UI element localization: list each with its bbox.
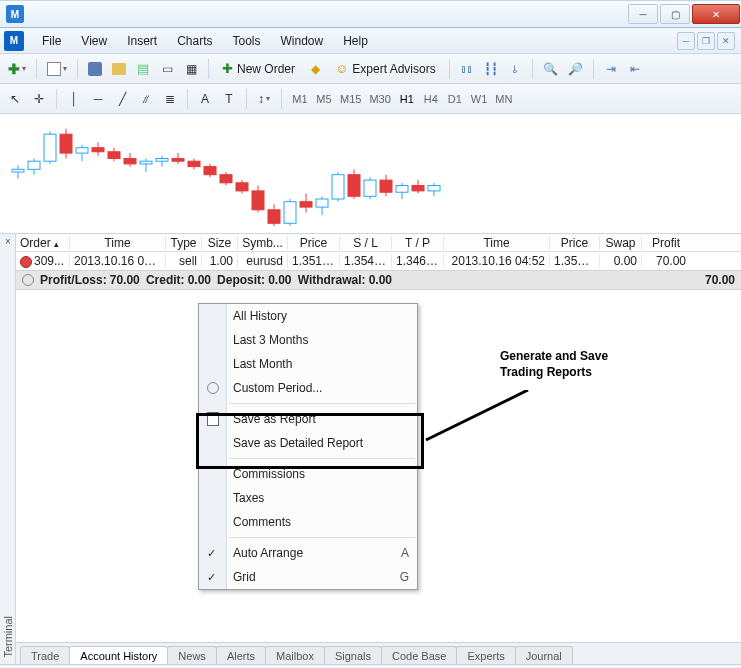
hdr-price2[interactable]: Price <box>550 236 600 250</box>
mdi-restore[interactable]: ❐ <box>697 32 715 50</box>
chart-area[interactable] <box>0 114 741 234</box>
tab-trade[interactable]: Trade <box>20 646 70 664</box>
timeframe-h1[interactable]: H1 <box>395 88 419 110</box>
chart-shift-button[interactable]: ⇤ <box>624 58 646 80</box>
summary-credit: 0.00 <box>188 273 211 287</box>
trendline-button[interactable]: ╱ <box>111 88 133 110</box>
channel-button[interactable]: ⫽ <box>135 88 157 110</box>
crosshair-button[interactable]: ✛ <box>28 88 50 110</box>
hdr-size[interactable]: Size <box>202 236 238 250</box>
menu-help[interactable]: Help <box>333 30 378 52</box>
menu-charts[interactable]: Charts <box>167 30 222 52</box>
minimize-button[interactable]: ─ <box>628 4 658 24</box>
ctx-custom-period[interactable]: Custom Period... <box>199 376 417 400</box>
menu-file[interactable]: File <box>32 30 71 52</box>
tab-journal[interactable]: Journal <box>515 646 573 664</box>
hdr-price1[interactable]: Price <box>288 236 340 250</box>
tab-signals[interactable]: Signals <box>324 646 382 664</box>
annotation-line1: Generate and Save <box>500 348 608 364</box>
ctx-last-3-months[interactable]: Last 3 Months <box>199 328 417 352</box>
zoom-in-button[interactable]: 🔍 <box>539 58 562 80</box>
ctx-grid[interactable]: ✓GridG <box>199 565 417 589</box>
hdr-profit[interactable]: Profit <box>642 236 690 250</box>
tab-account-history[interactable]: Account History <box>69 646 168 664</box>
timeframe-m5[interactable]: M5 <box>312 88 336 110</box>
timeframe-h4[interactable]: H4 <box>419 88 443 110</box>
timeframe-m1[interactable]: M1 <box>288 88 312 110</box>
ctx-save-as-report[interactable]: Save as Report <box>199 407 417 431</box>
tab-mailbox[interactable]: Mailbox <box>265 646 325 664</box>
candle-chart-button[interactable]: ┇┇ <box>480 58 502 80</box>
close-button[interactable]: ✕ <box>692 4 740 24</box>
table-row[interactable]: 309... 2013.10.16 03:20 sell 1.00 eurusd… <box>16 252 741 270</box>
menu-tools[interactable]: Tools <box>223 30 271 52</box>
vertical-line-button[interactable]: │ <box>63 88 85 110</box>
ctx-all-history[interactable]: All History <box>199 304 417 328</box>
fibonacci-button[interactable]: ≣ <box>159 88 181 110</box>
hdr-tp[interactable]: T / P <box>392 236 444 250</box>
menu-view[interactable]: View <box>71 30 117 52</box>
line-chart-button[interactable]: ⫰ <box>504 58 526 80</box>
text-button[interactable]: A <box>194 88 216 110</box>
arrows-button[interactable]: ↕▾ <box>253 88 275 110</box>
hdr-order[interactable]: Order ▴ <box>16 236 70 250</box>
hdr-time2[interactable]: Time <box>444 236 550 250</box>
cell-type: sell <box>166 254 202 268</box>
tab-experts[interactable]: Experts <box>456 646 515 664</box>
data-window-button[interactable]: ▤ <box>132 58 154 80</box>
menu-insert[interactable]: Insert <box>117 30 167 52</box>
svg-rect-11 <box>92 148 104 152</box>
tab-news[interactable]: News <box>167 646 217 664</box>
terminal-button[interactable]: ▭ <box>156 58 178 80</box>
ctx-auto-arrange[interactable]: ✓Auto ArrangeA <box>199 541 417 565</box>
new-chart-button[interactable]: ✚▾ <box>4 58 30 80</box>
svg-rect-13 <box>108 152 120 159</box>
cell-time2: 2013.10.16 04:52 <box>444 254 550 268</box>
auto-scroll-button[interactable]: ⇥ <box>600 58 622 80</box>
new-order-button[interactable]: ✚New Order <box>215 58 302 80</box>
status-bar: ❓ ⊘ 1592/3 kb ◢ <box>0 664 741 668</box>
tab-code-base[interactable]: Code Base <box>381 646 457 664</box>
ctx-comments[interactable]: Comments <box>199 510 417 534</box>
text-label-button[interactable]: T <box>218 88 240 110</box>
ctx-save-as-detailed-report[interactable]: Save as Detailed Report <box>199 431 417 455</box>
hdr-symbol[interactable]: Symb... <box>238 236 288 250</box>
ctx-commissions[interactable]: Commissions <box>199 462 417 486</box>
timeframe-m30[interactable]: M30 <box>365 88 394 110</box>
timeframe-mn[interactable]: MN <box>491 88 516 110</box>
profiles-button[interactable]: ▾ <box>43 58 71 80</box>
terminal-side-label: Terminal <box>0 234 16 664</box>
hdr-type[interactable]: Type <box>166 236 202 250</box>
maximize-button[interactable]: ▢ <box>660 4 690 24</box>
tab-alerts[interactable]: Alerts <box>216 646 266 664</box>
bar-chart-button[interactable]: ⫾⫾ <box>456 58 478 80</box>
summary-total: 70.00 <box>705 273 735 287</box>
ctx-taxes[interactable]: Taxes <box>199 486 417 510</box>
mdi-minimize[interactable]: ─ <box>677 32 695 50</box>
cursor-button[interactable]: ↖ <box>4 88 26 110</box>
hdr-swap[interactable]: Swap <box>600 236 642 250</box>
annotation-line2: Trading Reports <box>500 364 608 380</box>
menu-window[interactable]: Window <box>271 30 334 52</box>
navigator-button[interactable] <box>108 58 130 80</box>
metaeditor-button[interactable]: ◆ <box>304 58 326 80</box>
strategy-tester-button[interactable]: ▦ <box>180 58 202 80</box>
terminal-close-button[interactable]: × <box>2 236 14 248</box>
ctx-last-month[interactable]: Last Month <box>199 352 417 376</box>
timeframe-w1[interactable]: W1 <box>467 88 492 110</box>
cell-price1: 1.35185 <box>288 254 340 268</box>
summary-icon <box>22 274 34 286</box>
summary-deposit-label: Deposit: <box>217 273 265 287</box>
hdr-time1[interactable]: Time <box>70 236 166 250</box>
svg-rect-7 <box>60 134 72 153</box>
hdr-sl[interactable]: S / L <box>340 236 392 250</box>
horizontal-line-button[interactable]: ─ <box>87 88 109 110</box>
timeframe-d1[interactable]: D1 <box>443 88 467 110</box>
mdi-close[interactable]: ✕ <box>717 32 735 50</box>
title-bar: M ─ ▢ ✕ <box>0 0 741 28</box>
expert-advisors-button[interactable]: ☺Expert Advisors <box>328 58 443 80</box>
market-watch-button[interactable] <box>84 58 106 80</box>
app-menu-icon[interactable]: M <box>4 31 24 51</box>
zoom-out-button[interactable]: 🔎 <box>564 58 587 80</box>
timeframe-m15[interactable]: M15 <box>336 88 365 110</box>
